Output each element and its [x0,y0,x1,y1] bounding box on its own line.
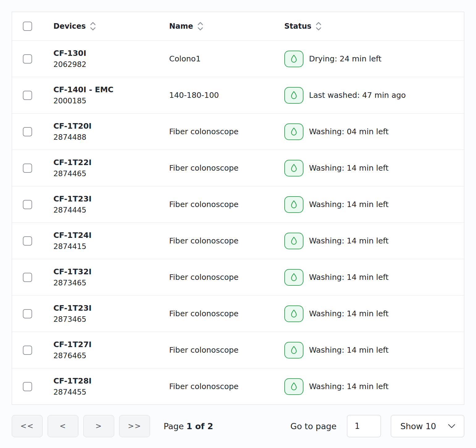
row-checkbox[interactable] [23,273,32,282]
table-row: CF-1T32I 2873465 Fiber colonoscope Washi… [12,259,464,295]
device-model: CF-130I [53,49,169,58]
status-text: Washing: 14 min left [309,382,389,391]
device-name: Fiber colonoscope [169,200,284,209]
column-header-status[interactable]: Status [284,21,464,31]
device-model: CF-1T28I [53,376,169,386]
row-checkbox[interactable] [23,382,32,391]
device-model: CF-140I - EMC [53,85,169,94]
status-text: Washing: 14 min left [309,164,389,172]
prev-page-button[interactable]: < [48,415,78,437]
first-page-button[interactable]: << [12,415,43,437]
next-page-button[interactable]: > [83,415,114,437]
column-header-name[interactable]: Name [169,21,284,31]
status-text: Washing: 14 min left [309,200,389,209]
column-header-label: Devices [53,22,86,31]
column-header-devices[interactable]: Devices [53,21,169,31]
device-model: CF-1T24I [53,231,169,240]
droplet-icon [284,51,303,67]
row-checkbox[interactable] [23,127,32,136]
goto-page-input[interactable] [347,415,381,437]
row-checkbox[interactable] [23,91,32,100]
sort-icon[interactable] [197,21,204,31]
sort-icon[interactable] [90,21,96,31]
device-model: CF-1T22I [53,158,169,167]
row-checkbox[interactable] [23,164,32,173]
droplet-icon [284,87,303,104]
device-serial: 2873465 [53,315,169,324]
device-name: Fiber colonoscope [169,127,284,136]
device-serial: 2874488 [53,133,169,142]
device-name: Fiber colonoscope [169,346,284,355]
chevron-down-icon [447,423,456,429]
device-name: Fiber colonoscope [169,164,284,172]
goto-page-label: Go to page [290,421,336,431]
last-page-button[interactable]: >> [119,415,150,437]
status-text: Washing: 14 min left [309,346,389,355]
column-header-label: Name [169,22,193,31]
droplet-icon [284,305,303,322]
column-header-label: Status [284,22,311,31]
device-model: CF-1T27I [53,340,169,349]
status-text: Drying: 24 min left [309,54,382,63]
table-header-row: Devices Name Status [12,12,464,40]
droplet-icon [284,196,303,213]
status-text: Washing: 04 min left [309,127,389,136]
device-serial: 2874415 [53,242,169,251]
row-checkbox[interactable] [23,236,32,246]
device-serial: 2874455 [53,388,169,397]
table-row: CF-1T22I 2874465 Fiber colonoscope Washi… [12,150,464,186]
table-row: CF-1T23I 2874445 Fiber colonoscope Washi… [12,186,464,222]
device-model: CF-1T20I [53,122,169,131]
status-text: Washing: 14 min left [309,273,389,282]
device-serial: 2874445 [53,206,169,215]
select-all-checkbox[interactable] [23,22,32,31]
row-checkbox[interactable] [23,200,32,209]
table-row: CF-1T28I 2874455 Fiber colonoscope Washi… [12,368,464,404]
page-size-label: Show 10 [400,421,436,431]
droplet-icon [284,378,303,395]
device-name: Fiber colonoscope [169,309,284,318]
device-name: Fiber colonoscope [169,236,284,245]
droplet-icon [284,269,303,286]
page-indicator-value: 1 of 2 [186,421,213,431]
page-size-select[interactable]: Show 10 [391,415,464,437]
row-checkbox[interactable] [23,309,32,318]
droplet-icon [284,160,303,176]
device-model: CF-1T23I [53,194,169,204]
device-model: CF-1T32I [53,267,169,276]
table-row: CF-1T27I 2876465 Fiber colonoscope Washi… [12,332,464,368]
table-row: CF-130I 2062982 Colono1 Drying: 24 min l… [12,40,464,77]
row-checkbox[interactable] [23,346,32,355]
table-row: CF-1T23I 2873465 Fiber colonoscope Washi… [12,295,464,332]
status-text: Last washed: 47 min ago [309,91,406,100]
droplet-icon [284,123,303,140]
device-model: CF-1T23I [53,304,169,313]
device-serial: 2062982 [53,60,169,69]
device-serial: 2876465 [53,351,169,360]
device-serial: 2000185 [53,97,169,106]
table-body: CF-130I 2062982 Colono1 Drying: 24 min l… [12,40,464,404]
devices-table: Devices Name Status [12,12,464,405]
sort-icon[interactable] [315,21,322,31]
pagination-bar: << < > >> Page 1 of 2 Go to page Show 10 [12,415,464,437]
status-text: Washing: 14 min left [309,236,389,245]
page-indicator-prefix: Page [164,421,184,431]
device-serial: 2873465 [53,279,169,288]
device-name: Fiber colonoscope [169,382,284,391]
table-row: CF-1T20I 2874488 Fiber colonoscope Washi… [12,113,464,150]
page: Devices Name Status [0,0,476,448]
device-name: 140-180-100 [169,91,284,100]
device-name: Colono1 [169,54,284,63]
device-serial: 2874465 [53,169,169,178]
status-text: Washing: 14 min left [309,309,389,318]
device-name: Fiber colonoscope [169,273,284,282]
droplet-icon [284,233,303,249]
table-row: CF-140I - EMC 2000185 140-180-100 Last w… [12,77,464,113]
table-row: CF-1T24I 2874415 Fiber colonoscope Washi… [12,222,464,259]
droplet-icon [284,342,303,359]
page-indicator: Page 1 of 2 [164,421,213,431]
row-checkbox[interactable] [23,54,32,64]
